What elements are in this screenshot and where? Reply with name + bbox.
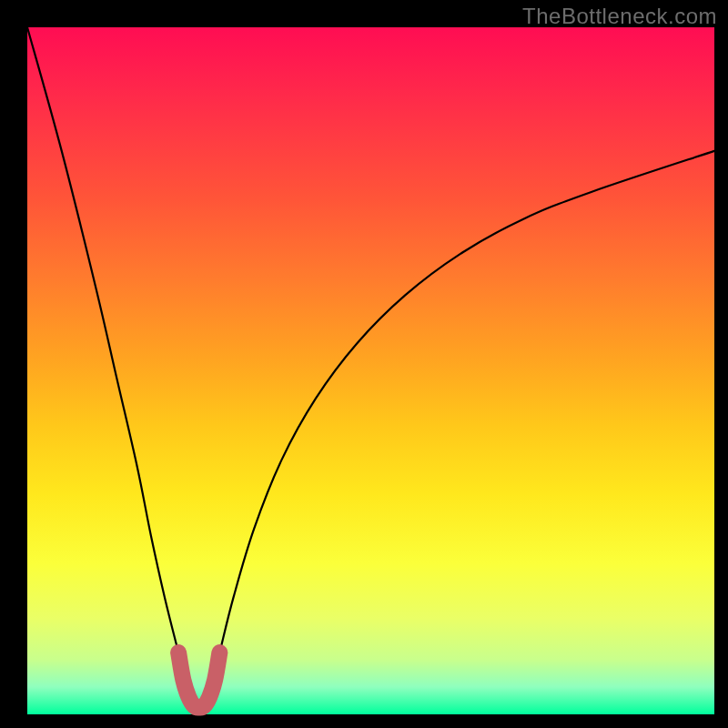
watermark-text: TheBottleneck.com xyxy=(522,4,717,29)
chart-frame: TheBottleneck.com xyxy=(0,0,728,728)
bottleneck-curve-path xyxy=(27,27,714,707)
plot-area xyxy=(27,27,714,714)
highlight-u-path xyxy=(178,652,219,707)
curve-svg xyxy=(27,27,714,714)
